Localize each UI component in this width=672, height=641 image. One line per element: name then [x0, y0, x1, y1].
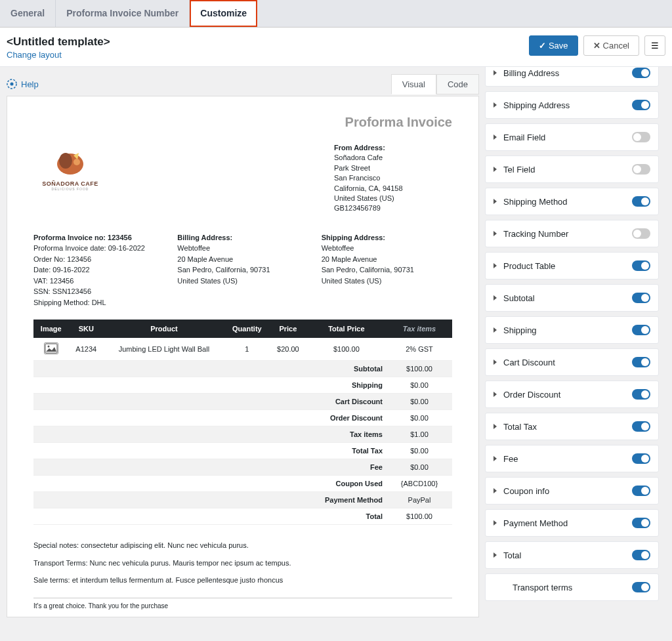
option-tel-field[interactable]: Tel Field	[485, 155, 659, 183]
invoice-meta: Proforma Invoice no: 123456 Proforma Inv…	[33, 232, 164, 308]
option-shipping-method[interactable]: Shipping Method	[485, 188, 659, 215]
sale-terms: Sale terms: et interdum tellus fermentum…	[33, 571, 452, 589]
option-product-table[interactable]: Product Table	[485, 252, 659, 279]
tab-proforma-number[interactable]: Proforma Invoice Number	[56, 0, 190, 27]
caret-icon	[494, 392, 497, 397]
caret-icon	[494, 167, 497, 172]
option-label: Payment Method	[503, 518, 568, 528]
company-logo: SOÑADORA CAFE DELICIOUS FOOD	[33, 143, 107, 196]
toggle[interactable]	[632, 453, 650, 464]
option-transport-terms[interactable]: Transport terms	[485, 573, 659, 601]
from-address: From Address: Soñadora Cafe Park Street …	[334, 143, 452, 214]
special-notes: Special notes: consectetur adipiscing el…	[33, 537, 452, 554]
options-panel[interactable]: Billing AddressShipping AddressEmail Fie…	[479, 67, 665, 605]
option-shipping-address[interactable]: Shipping Address	[485, 91, 659, 119]
thanks-note: It's a great choice. Thank you for the p…	[33, 598, 452, 610]
option-payment-method[interactable]: Payment Method	[485, 509, 659, 537]
svg-point-6	[47, 346, 49, 348]
menu-button[interactable]: ☰	[644, 35, 665, 56]
option-fee[interactable]: Fee	[485, 445, 659, 472]
option-label: Order Discount	[503, 390, 560, 400]
option-label: Shipping Method	[503, 197, 568, 207]
toggle[interactable]	[632, 389, 650, 400]
toggle[interactable]	[632, 100, 650, 110]
caret-icon	[494, 134, 497, 140]
option-shipping[interactable]: Shipping	[485, 316, 659, 344]
toggle[interactable]	[632, 550, 650, 560]
change-layout-link[interactable]: Change layout	[7, 50, 110, 60]
product-table: ImageSKUProductQuantityPriceTotal PriceT…	[33, 320, 452, 525]
caret-icon	[494, 263, 497, 268]
option-total-tax[interactable]: Total Tax	[485, 413, 659, 440]
option-label: Tracking Number	[503, 229, 568, 239]
caret-icon	[494, 552, 497, 558]
help-link[interactable]: Help	[7, 79, 39, 89]
option-label: Cart Discount	[503, 358, 555, 367]
close-icon: ✕	[593, 41, 600, 51]
svg-point-3	[59, 153, 72, 169]
option-total[interactable]: Total	[485, 541, 659, 569]
toggle[interactable]	[632, 518, 650, 528]
logo-sub: DELICIOUS FOOD	[52, 187, 89, 191]
template-title: <Untitled template>	[7, 35, 110, 49]
toggle[interactable]	[632, 486, 650, 496]
option-tracking-number[interactable]: Tracking Number	[485, 220, 659, 247]
option-label: Fee	[503, 454, 518, 464]
toggle[interactable]	[632, 357, 650, 367]
help-label: Help	[21, 79, 39, 89]
option-cart-discount[interactable]: Cart Discount	[485, 348, 659, 376]
toggle[interactable]	[632, 164, 650, 175]
option-label: Tel Field	[503, 165, 535, 175]
toggle[interactable]	[632, 132, 650, 142]
image-icon	[44, 342, 58, 354]
option-label: Billing Address	[503, 68, 559, 78]
caret-icon	[494, 360, 497, 365]
option-label: Email Field	[503, 133, 545, 142]
template-canvas: Proforma Invoice SOÑADORA CAFE DELICIOUS…	[7, 96, 479, 617]
page-header: <Untitled template> Change layout ✓ Save…	[0, 28, 672, 67]
caret-icon	[494, 456, 497, 461]
caret-icon	[494, 424, 497, 429]
check-icon: ✓	[539, 41, 546, 51]
tab-customize[interactable]: Customize	[190, 0, 257, 27]
option-subtotal[interactable]: Subtotal	[485, 284, 659, 312]
caret-icon	[494, 231, 497, 236]
shipping-address: Shipping Address: Webtoffee 20 Maple Ave…	[322, 232, 452, 308]
tab-general[interactable]: General	[0, 0, 56, 27]
option-label: Transport terms	[513, 583, 572, 592]
option-label: Product Table	[503, 261, 555, 271]
visual-tab[interactable]: Visual	[391, 74, 436, 94]
option-billing-address[interactable]: Billing Address	[485, 67, 659, 87]
code-tab[interactable]: Code	[436, 74, 479, 94]
toggle[interactable]	[632, 260, 650, 271]
hamburger-icon: ☰	[651, 41, 659, 51]
option-label: Shipping	[503, 325, 537, 335]
toggle[interactable]	[632, 68, 650, 78]
option-label: Total	[503, 550, 521, 560]
save-button[interactable]: ✓ Save	[529, 35, 578, 56]
help-icon	[7, 79, 17, 89]
invoice-title: Proforma Invoice	[33, 115, 452, 130]
logo-name: SOÑADORA CAFE	[42, 180, 98, 187]
option-label: Total Tax	[503, 422, 537, 432]
toggle[interactable]	[632, 421, 650, 432]
toggle[interactable]	[632, 228, 650, 239]
caret-icon	[494, 520, 497, 526]
cancel-button[interactable]: ✕ Cancel	[583, 35, 639, 56]
transport-terms: Transport Terms: Nunc nec vehicula purus…	[33, 554, 452, 571]
save-label: Save	[549, 41, 568, 51]
svg-point-4	[74, 159, 80, 165]
toggle[interactable]	[632, 325, 650, 335]
caret-icon	[494, 70, 497, 75]
toggle[interactable]	[632, 196, 650, 207]
caret-icon	[494, 199, 497, 204]
toggle[interactable]	[632, 582, 650, 592]
option-email-field[interactable]: Email Field	[485, 123, 659, 151]
tab-bar: General Proforma Invoice Number Customiz…	[0, 0, 672, 28]
option-label: Coupon info	[503, 486, 549, 496]
option-coupon-info[interactable]: Coupon info	[485, 477, 659, 505]
toggle[interactable]	[632, 293, 650, 303]
option-label: Shipping Address	[503, 100, 570, 110]
option-label: Subtotal	[503, 293, 535, 303]
option-order-discount[interactable]: Order Discount	[485, 381, 659, 408]
